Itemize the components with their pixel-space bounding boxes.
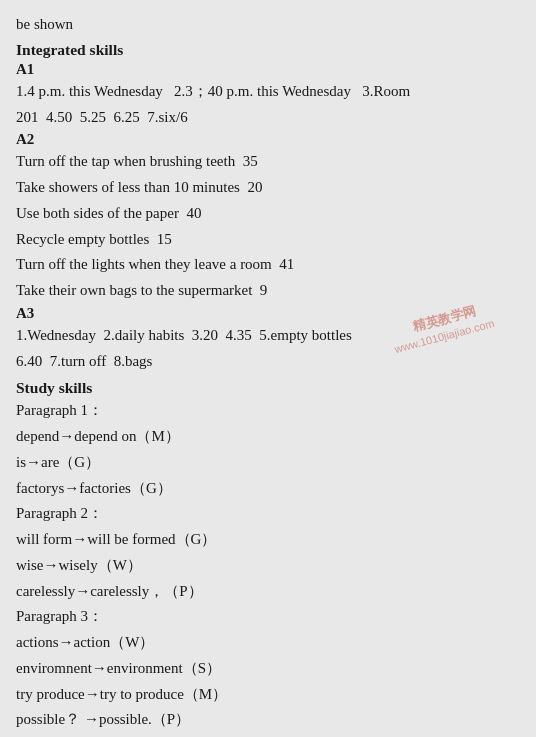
- a1-line1: 1.4 p.m. this Wednesday 2.3；40 p.m. this…: [16, 79, 520, 104]
- para2-label: Paragraph 2：: [16, 501, 520, 526]
- integrated-skills-heading: Integrated skills: [16, 41, 520, 59]
- para3-item-1: enviromnent→environment（S）: [16, 656, 520, 681]
- a3-line1: 1.Wednesday 2.daily habits 3.20 4.35 5.e…: [16, 323, 520, 348]
- a2-item-5: Take their own bags to the supermarket 9: [16, 278, 520, 303]
- para1-item-0: depend→depend on（M）: [16, 424, 520, 449]
- para2-item-1: wise→wisely（W）: [16, 553, 520, 578]
- a2-item-1: Take showers of less than 10 minutes 20: [16, 175, 520, 200]
- para1-label: Paragraph 1：: [16, 398, 520, 423]
- para1-item-2: factorys→factories（G）: [16, 476, 520, 501]
- a3-label: A3: [16, 305, 520, 322]
- intro-line: be shown: [16, 12, 520, 37]
- para1-item-1: is→are（G）: [16, 450, 520, 475]
- para3-item-3: possible？ →possible.（P）: [16, 707, 520, 732]
- para2-item-0: will form→will be formed（G）: [16, 527, 520, 552]
- a2-item-0: Turn off the tap when brushing teeth 35: [16, 149, 520, 174]
- a1-label: A1: [16, 61, 520, 78]
- a2-item-4: Turn off the lights when they leave a ro…: [16, 252, 520, 277]
- a3-line2: 6.40 7.turn off 8.bags: [16, 349, 520, 374]
- para3-item-0: actions→action（W）: [16, 630, 520, 655]
- page-content: be shown Integrated skills A1 1.4 p.m. t…: [16, 12, 520, 732]
- a2-item-2: Use both sides of the paper 40: [16, 201, 520, 226]
- study-skills-heading: Study skills: [16, 379, 520, 397]
- a2-item-3: Recycle empty bottles 15: [16, 227, 520, 252]
- para3-label: Paragraph 3：: [16, 604, 520, 629]
- para2-item-2: carelessly→carelessly，（P）: [16, 579, 520, 604]
- para3-item-2: try produce→try to produce（M）: [16, 682, 520, 707]
- a2-label: A2: [16, 131, 520, 148]
- a1-line2: 201 4.50 5.25 6.25 7.six/6: [16, 105, 520, 130]
